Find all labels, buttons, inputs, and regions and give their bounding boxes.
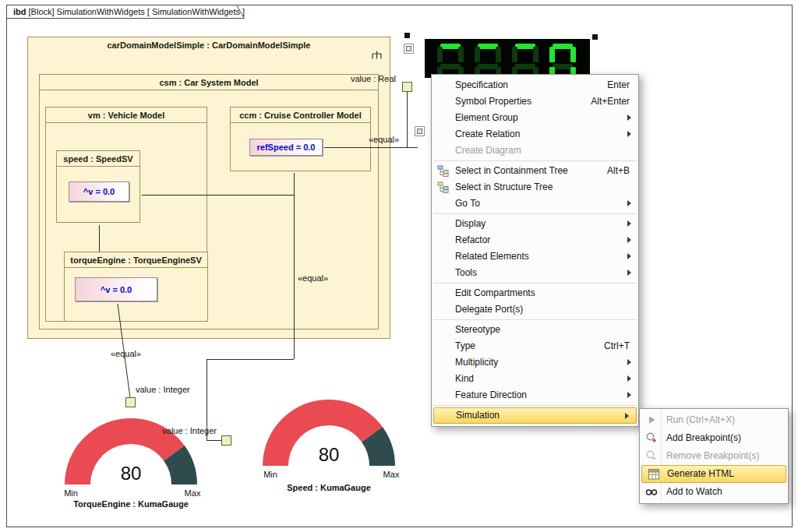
- menu-item-delegate-ports[interactable]: Delegate Port(s): [432, 301, 638, 318]
- menu-item-label: Go To: [455, 198, 480, 209]
- selection-handle[interactable]: [592, 34, 598, 40]
- port-label-value-integer: value : Integer: [154, 426, 217, 435]
- submenu-arrow-icon: [627, 237, 631, 243]
- menu-item-specification[interactable]: SpecificationEnter: [432, 77, 638, 93]
- remove-breakpoint-icon: [645, 449, 658, 462]
- menu-item-label: Select in Containment Tree: [455, 165, 568, 176]
- submenu-item-generate-html[interactable]: Generate HTML: [641, 465, 786, 483]
- menu-item-tools[interactable]: Tools: [432, 265, 638, 281]
- submenu-item-add-breakpoint[interactable]: Add Breakpoint(s): [640, 429, 788, 447]
- menu-item-symbol-properties[interactable]: Symbol PropertiesAlt+Enter: [432, 93, 638, 110]
- speed-gauge-value: 80: [305, 444, 352, 466]
- generate-html-icon: [648, 468, 660, 481]
- speed-gauge-max-label: Max: [376, 470, 407, 479]
- menu-item-stereotype[interactable]: Stereotype: [432, 322, 638, 338]
- run-icon: [645, 414, 658, 426]
- port-value-integer-speed[interactable]: [221, 435, 231, 446]
- menu-item-label: Specification: [455, 79, 508, 90]
- submenu-arrow-icon: [625, 413, 629, 419]
- menu-item-multiplicity[interactable]: Multiplicity: [432, 354, 638, 371]
- submenu-arrow-icon: [627, 375, 631, 382]
- menu-item-edit-compartments[interactable]: Edit Compartments: [432, 285, 638, 301]
- menu-item-related-elements[interactable]: Related Elements: [432, 248, 638, 265]
- port-value-integer-torque[interactable]: [125, 397, 136, 407]
- submenu-item-add-to-watch[interactable]: Add to Watch: [640, 483, 788, 501]
- smart-manipulator-icon[interactable]: [415, 126, 425, 136]
- structure-tree-icon: [437, 181, 449, 193]
- submenu-arrow-icon: [627, 131, 631, 137]
- value-box-speed-v[interactable]: ^v = 0.0: [69, 181, 129, 202]
- submenu-arrow-icon: [627, 115, 631, 121]
- menu-item-select-in-structure-tree[interactable]: Select in Structure Tree: [432, 179, 638, 196]
- menu-separator: [433, 160, 637, 161]
- value-text: ^v = 0.0: [101, 285, 132, 294]
- value-box-refspeed[interactable]: refSpeed = 0.0: [249, 139, 323, 156]
- context-menu: SpecificationEnter Symbol PropertiesAlt+…: [431, 74, 639, 427]
- seven-segment-display-widget[interactable]: [425, 39, 590, 78]
- simulation-submenu: Run (Ctrl+Alt+X) Add Breakpoint(s) Remov…: [639, 408, 789, 504]
- menu-item-label: Delegate Port(s): [455, 304, 523, 315]
- block-title: carDomainModelSimple : CarDomainModelSim…: [28, 37, 390, 53]
- torque-gauge-caption: TorqueEngine : KumaGauge: [53, 499, 209, 509]
- menu-item-label: Create Diagram: [455, 145, 521, 156]
- menu-item-element-group[interactable]: Element Group: [432, 110, 638, 126]
- block-title: vm : Vehicle Model: [46, 107, 207, 123]
- menu-item-label: Generate HTML: [667, 468, 734, 479]
- menu-item-create-diagram: Create Diagram: [432, 143, 638, 159]
- menu-shortcut: Enter: [607, 77, 630, 93]
- port-label-value-real: value : Real: [334, 74, 396, 83]
- torque-gauge-max-label: Max: [177, 488, 208, 498]
- block-title: csm : Car System Model: [40, 75, 378, 90]
- menu-item-feature-direction[interactable]: Feature Direction: [432, 387, 638, 403]
- menu-item-simulation[interactable]: Simulation: [433, 407, 637, 424]
- menu-item-go-to[interactable]: Go To: [432, 196, 638, 212]
- menu-item-label: Add Breakpoint(s): [666, 432, 741, 443]
- selection-handle[interactable]: [404, 33, 410, 38]
- menu-item-kind[interactable]: Kind: [432, 371, 638, 387]
- menu-separator: [433, 213, 637, 214]
- port-label-value-integer: value : Integer: [136, 385, 190, 394]
- value-box-torque-v[interactable]: ^v = 0.0: [75, 277, 157, 301]
- containment-tree-icon: [437, 165, 449, 177]
- menu-item-type[interactable]: TypeCtrl+T: [432, 338, 638, 354]
- menu-item-select-in-containment-tree[interactable]: Select in Containment TreeAlt+B: [432, 163, 638, 179]
- connector-label-equal: «equal»: [298, 273, 328, 283]
- menu-item-label: Element Group: [455, 112, 518, 123]
- connector-label-equal: «equal»: [369, 135, 399, 144]
- submenu-arrow-icon: [627, 253, 631, 259]
- menu-item-label: Symbol Properties: [455, 96, 531, 107]
- menu-item-create-relation[interactable]: Create Relation: [432, 126, 638, 143]
- add-breakpoint-icon: [645, 432, 658, 444]
- application-canvas: ibd [Block] SimulationWithWidgets [ Simu…: [0, 0, 798, 532]
- port-value-real[interactable]: [402, 82, 412, 92]
- menu-item-label: Type: [455, 340, 475, 351]
- menu-item-label: Related Elements: [455, 251, 529, 262]
- submenu-arrow-icon: [627, 200, 631, 206]
- menu-item-label: Create Relation: [455, 129, 520, 139]
- menu-item-label: Display: [455, 218, 486, 229]
- menu-separator: [433, 405, 637, 406]
- submenu-item-run: Run (Ctrl+Alt+X): [640, 411, 788, 429]
- block-title: ccm : Cruise Controller Model: [231, 107, 370, 123]
- submenu-item-remove-breakpoint: Remove Breakpoint(s): [640, 447, 788, 465]
- diagram-tab[interactable]: ibd [Block] SimulationWithWidgets [ Simu…: [13, 7, 245, 16]
- submenu-arrow-icon: [627, 220, 631, 227]
- torque-gauge-value: 80: [108, 463, 154, 484]
- menu-item-label: Edit Compartments: [455, 287, 535, 298]
- submenu-arrow-icon: [627, 359, 631, 365]
- menu-item-label: Select in Structure Tree: [455, 181, 553, 192]
- menu-item-display[interactable]: Display: [432, 216, 638, 232]
- decomposition-rake-icon: [372, 48, 382, 62]
- diagram-kind-label: ibd: [13, 7, 26, 16]
- watch-icon: [645, 485, 658, 498]
- smart-manipulator-icon[interactable]: [404, 44, 414, 54]
- submenu-arrow-icon: [627, 270, 631, 276]
- menu-item-refactor[interactable]: Refactor: [432, 232, 638, 248]
- value-text: ^v = 0.0: [83, 187, 115, 196]
- block-title: torqueEngine : TorqueEngineSV: [65, 252, 207, 268]
- menu-item-label: Stereotype: [455, 324, 500, 335]
- menu-item-label: Remove Breakpoint(s): [666, 450, 759, 461]
- menu-item-label: Multiplicity: [455, 357, 498, 368]
- value-text: refSpeed = 0.0: [257, 143, 316, 152]
- connector-label-equal: «equal»: [111, 349, 141, 358]
